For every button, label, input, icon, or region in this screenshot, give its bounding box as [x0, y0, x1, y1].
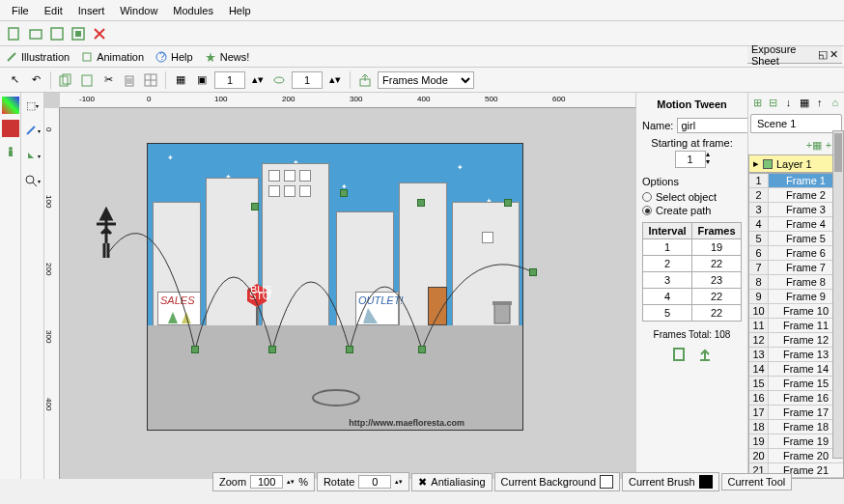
- frame-row[interactable]: 4Frame 4: [749, 217, 843, 232]
- palette-icon[interactable]: [2, 97, 19, 114]
- path-node[interactable]: [340, 189, 348, 197]
- frame-row[interactable]: 15Frame 15: [749, 377, 843, 391]
- apply-tween-icon[interactable]: [671, 346, 689, 363]
- export-icon[interactable]: [356, 71, 374, 89]
- frame-row[interactable]: 6Frame 6: [749, 246, 843, 261]
- pointer-icon[interactable]: ↖: [6, 71, 23, 89]
- open-icon[interactable]: [27, 25, 44, 42]
- path-node[interactable]: [529, 268, 537, 276]
- palette2-icon[interactable]: [2, 120, 19, 137]
- layer-header[interactable]: ▸ Layer 1: [748, 154, 844, 173]
- starting-frame-input[interactable]: [675, 151, 706, 168]
- path-node[interactable]: [191, 346, 199, 353]
- layer-settings-icon[interactable]: ▦: [798, 94, 811, 111]
- path-node[interactable]: [268, 346, 276, 353]
- table-row[interactable]: 522: [643, 305, 742, 322]
- start-spin-icon[interactable]: ▴▾: [706, 151, 710, 168]
- menu-edit[interactable]: Edit: [37, 3, 70, 18]
- frame-row[interactable]: 16Frame 16: [749, 391, 843, 406]
- frames-mode-select[interactable]: Frames Mode: [378, 71, 474, 89]
- menu-help[interactable]: Help: [221, 3, 259, 18]
- mode-illustration[interactable]: Illustration: [6, 51, 70, 63]
- scrollbar-vertical[interactable]: [832, 130, 844, 459]
- zoom-spin-icon[interactable]: ▴▾: [287, 478, 295, 486]
- close-icon[interactable]: [91, 25, 108, 42]
- onion-spin-icon[interactable]: ▴▾: [326, 71, 344, 89]
- frame-row[interactable]: 9Frame 9: [749, 290, 843, 304]
- mode-animation[interactable]: Animation: [81, 51, 144, 63]
- frame-row[interactable]: 11Frame 11: [749, 319, 843, 333]
- select-object-option[interactable]: Select object: [642, 191, 742, 203]
- frame-row[interactable]: 8Frame 8: [749, 275, 843, 290]
- frame-row[interactable]: 10Frame 10: [749, 304, 843, 319]
- table-row[interactable]: 422: [643, 289, 742, 305]
- save-icon[interactable]: [48, 25, 66, 42]
- mode-help[interactable]: ?Help: [155, 51, 193, 63]
- save-as-icon[interactable]: [70, 25, 87, 42]
- group-icon[interactable]: ▦: [172, 71, 189, 89]
- undo-icon[interactable]: ↶: [27, 71, 44, 89]
- grid-icon[interactable]: [142, 71, 159, 89]
- current-brush[interactable]: Current Brush: [622, 472, 718, 491]
- frame-row[interactable]: 1Frame 1: [749, 174, 843, 188]
- zoom-input[interactable]: [250, 475, 283, 489]
- select-tool-icon[interactable]: ⬚▾: [24, 97, 42, 114]
- path-node[interactable]: [504, 199, 512, 207]
- frame-row[interactable]: 14Frame 14: [749, 362, 843, 377]
- home-icon[interactable]: ⌂: [829, 94, 842, 111]
- reset-tween-icon[interactable]: [696, 346, 714, 363]
- onion-value-input[interactable]: [292, 71, 323, 89]
- close-panel-icon[interactable]: ✕: [830, 48, 838, 61]
- menu-window[interactable]: Window: [112, 3, 165, 18]
- new-icon[interactable]: [6, 25, 23, 42]
- current-bg[interactable]: Current Background: [494, 472, 620, 491]
- canvas-viewport[interactable]: ✦ ✦ ✦ ✦ ✦ ✦ SALES: [60, 108, 635, 479]
- undock-icon[interactable]: ◱: [818, 48, 828, 61]
- character-icon[interactable]: [2, 143, 19, 160]
- frame-row[interactable]: 20Frame 20: [749, 449, 843, 463]
- create-path-option[interactable]: Create path: [642, 205, 742, 216]
- copy-icon[interactable]: [57, 71, 74, 89]
- frame-row[interactable]: 2Frame 2: [749, 188, 843, 203]
- layer-visibility-icon[interactable]: ▸: [753, 157, 759, 170]
- menu-file[interactable]: File: [4, 3, 37, 18]
- frame-row[interactable]: 3Frame 3: [749, 203, 843, 217]
- fill-tool-icon[interactable]: ▾: [24, 147, 42, 164]
- frame-row[interactable]: 18Frame 18: [749, 420, 843, 434]
- brush-tool-icon[interactable]: ▾: [24, 122, 42, 139]
- path-node[interactable]: [417, 199, 425, 207]
- rotate-spin-icon[interactable]: ▴▾: [395, 478, 403, 486]
- frame-row[interactable]: 7Frame 7: [749, 261, 843, 275]
- girl-sprite[interactable]: [87, 205, 126, 258]
- zoom-tool-icon[interactable]: ▾: [24, 172, 42, 189]
- cut-icon[interactable]: ✂: [99, 71, 117, 89]
- frame-row[interactable]: 13Frame 13: [749, 348, 843, 362]
- ungroup-icon[interactable]: ▣: [193, 71, 211, 89]
- remove-scene-icon[interactable]: ⊟: [766, 94, 779, 111]
- antialias-toggle[interactable]: ✖ Antialiasing: [411, 473, 492, 491]
- menu-modules[interactable]: Modules: [165, 3, 221, 18]
- layer-color-swatch[interactable]: [763, 159, 773, 169]
- frame-row[interactable]: 17Frame 17: [749, 406, 843, 420]
- paste-icon[interactable]: [78, 71, 96, 89]
- table-row[interactable]: 222: [643, 256, 742, 272]
- frame-row[interactable]: 12Frame 12: [749, 333, 843, 348]
- move-down-icon[interactable]: ↓: [781, 94, 795, 111]
- move-up-icon[interactable]: ↑: [813, 94, 827, 111]
- delete-icon[interactable]: [121, 71, 138, 89]
- path-node[interactable]: [418, 346, 426, 353]
- current-tool[interactable]: Current Tool: [721, 473, 793, 490]
- path-node[interactable]: [346, 346, 353, 353]
- scroll-thumb[interactable]: [834, 133, 842, 172]
- path-node[interactable]: [251, 203, 259, 210]
- scene-tab[interactable]: Scene 1: [750, 114, 842, 133]
- onion-icon[interactable]: [270, 71, 288, 89]
- frame-number-input[interactable]: [214, 71, 245, 89]
- mode-news[interactable]: News!: [205, 51, 250, 63]
- frame-row[interactable]: 19Frame 19: [749, 434, 843, 449]
- frame-spin-icon[interactable]: ▴▾: [249, 71, 267, 89]
- add-scene-icon[interactable]: ⊞: [750, 94, 764, 111]
- rotate-input[interactable]: [358, 475, 391, 489]
- add-layer-icon[interactable]: +▦: [805, 136, 823, 154]
- table-row[interactable]: 119: [643, 239, 742, 256]
